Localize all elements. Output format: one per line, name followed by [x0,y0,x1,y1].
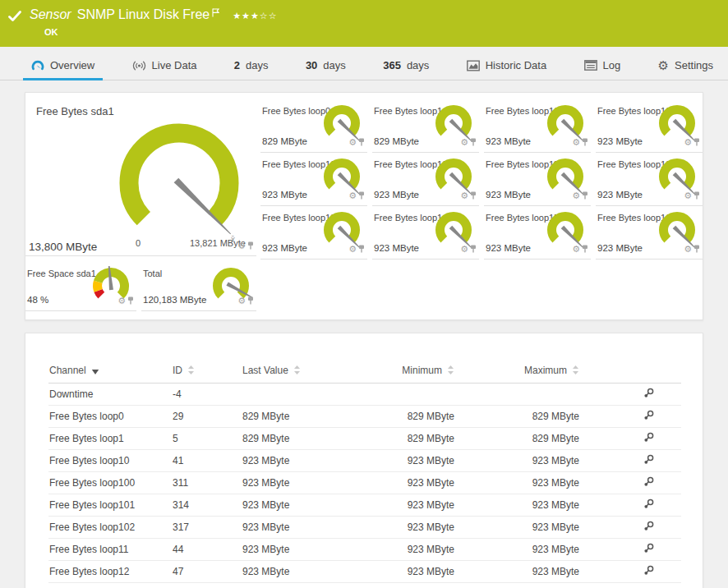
gear-icon[interactable]: ⚙ [684,191,692,200]
table-row: Free Bytes loop029829 MByte829 MByte829 … [48,405,681,427]
gear-icon[interactable]: ⚙ [237,296,246,305]
pin-icon[interactable] [470,188,477,203]
pin-icon[interactable] [358,241,365,256]
maximum-cell: 923 MByte [455,516,580,538]
id-cell: 41 [172,449,242,471]
pin-icon[interactable] [693,241,700,256]
gear-icon[interactable]: ⚙ [572,245,580,253]
gauge-channel-label: Free Space sda1 [27,269,96,278]
gauge-cell: Total 120,183 MByte ⚙ [141,262,256,311]
maximum-cell: 829 MByte [455,427,580,449]
channel-settings-icon[interactable] [643,475,655,490]
pin-icon[interactable] [582,188,588,203]
table-row: Free Bytes loop100311923 MByte923 MByte9… [48,471,681,494]
table-row: Free Bytes loop101314923 MByte923 MByte9… [48,494,681,516]
gear-icon[interactable]: ⚙ [684,245,692,253]
pin-icon[interactable] [582,241,588,256]
minimum-cell: 923 MByte [369,471,455,494]
pin-icon[interactable] [247,293,254,308]
channel-settings-icon[interactable] [643,409,655,424]
channel-settings-icon[interactable] [643,387,655,402]
minimum-cell: 923 MByte [369,516,455,538]
gear-icon[interactable]: ⚙ [348,191,357,200]
gauge-cell: Free Bytes loop16 923 MByte ⚙ [596,206,703,260]
column-header-last-value[interactable]: Last Value [242,360,369,383]
pin-icon[interactable] [247,238,254,253]
gear-icon[interactable]: ⚙ [684,138,692,146]
column-header-actions [580,360,681,383]
gear-icon[interactable]: ⚙ [460,138,468,146]
gear-icon[interactable]: ⚙ [460,191,468,200]
primary-gauge-cell: Free Bytes sda1 x̄ 13,800 MByte 0 13,821… [25,93,256,256]
column-header-minimum[interactable]: Minimum [369,360,455,383]
last-value-cell: 923 MByte [242,560,369,582]
pin-icon[interactable] [693,188,700,203]
gear-icon[interactable]: ⚙ [237,241,246,250]
tab-overview[interactable]: Overview [23,51,103,80]
tab-log[interactable]: Log [576,51,629,80]
tab-number: 2 [234,59,240,71]
column-header-maximum[interactable]: Maximum [455,360,580,383]
channel-settings-icon[interactable] [643,431,655,446]
actions-cell [580,449,681,471]
tab-historic-data[interactable]: Historic Data [458,51,555,80]
gear-icon[interactable]: ⚙ [572,191,580,200]
pin-icon[interactable] [358,135,365,149]
maximum-cell: 923 MByte [455,560,580,582]
pin-icon[interactable] [127,293,134,308]
gauges-panel: Free Bytes sda1 x̄ 13,800 MByte 0 13,821… [25,92,703,320]
actions-cell [580,494,681,516]
tab-30-days[interactable]: 30 days [297,51,354,80]
pin-icon[interactable] [358,188,365,203]
priority-stars[interactable]: ★★★☆☆ [233,8,277,23]
gear-icon[interactable]: ⚙ [348,245,357,253]
gear-icon[interactable]: ⚙ [572,138,580,146]
channel-settings-icon[interactable] [643,453,655,468]
gauge-value: 120,183 MByte [143,295,206,305]
minimum-cell [369,383,455,405]
gear-icon[interactable]: ⚙ [348,138,357,146]
tab-365-days[interactable]: 365 days [375,51,437,80]
minimum-cell: 923 MByte [369,449,455,471]
last-value-cell: 923 MByte [242,538,369,560]
gear-icon[interactable]: ⚙ [460,245,468,253]
settings-icon: ⚙ [658,60,669,71]
minimum-cell: 829 MByte [369,427,455,449]
flag-icon[interactable] [212,6,219,21]
id-cell: 29 [172,405,242,427]
pin-icon[interactable] [582,135,588,149]
gear-icon[interactable]: ⚙ [117,296,126,305]
pin-icon[interactable] [470,241,477,256]
pin-icon[interactable] [693,135,700,149]
channels-panel: ChannelIDLast ValueMinimumMaximum Downti… [25,333,703,588]
sort-desc-icon [91,365,99,377]
tab-label: days [323,59,345,71]
actions-cell [580,427,681,449]
column-header-channel[interactable]: Channel [48,360,172,383]
maximum-cell: 923 MByte [455,494,580,516]
channel-settings-icon[interactable] [643,498,655,512]
channel-settings-icon[interactable] [643,542,655,557]
tab-2-days[interactable]: 2 days [226,51,277,80]
tab-settings[interactable]: ⚙ Settings [650,51,721,80]
pin-icon[interactable] [470,135,477,149]
tab-label: Historic Data [486,59,546,71]
gauge-cell: Free Bytes loop11 923 MByte ⚙ [484,153,591,206]
primary-gauge: x̄ [93,109,257,250]
table-row: Free Bytes loop1041923 MByte923 MByte923… [48,449,681,471]
gauge-scale-min: 0 [136,238,141,248]
tab-label: Live Data [152,59,197,71]
channel-settings-icon[interactable] [643,564,655,579]
gauge-cell: Free Bytes loop12 923 MByte ⚙ [596,153,703,206]
live-icon [132,60,146,71]
page-title: SNMP Linux Disk Free [77,7,210,22]
gauge-cell: Free Bytes loop101 923 MByte ⚙ [260,153,367,206]
tab-live-data[interactable]: Live Data [124,51,205,80]
gauge-value: 13,800 MByte [29,241,97,253]
tab-number: 365 [383,59,401,71]
column-header-id[interactable]: ID [172,360,242,383]
channel-settings-icon[interactable] [643,520,655,535]
minimum-cell: 829 MByte [369,405,455,427]
gauge-cell: Free Bytes loop0 829 MByte ⚙ [260,99,367,153]
actions-cell [580,560,681,582]
